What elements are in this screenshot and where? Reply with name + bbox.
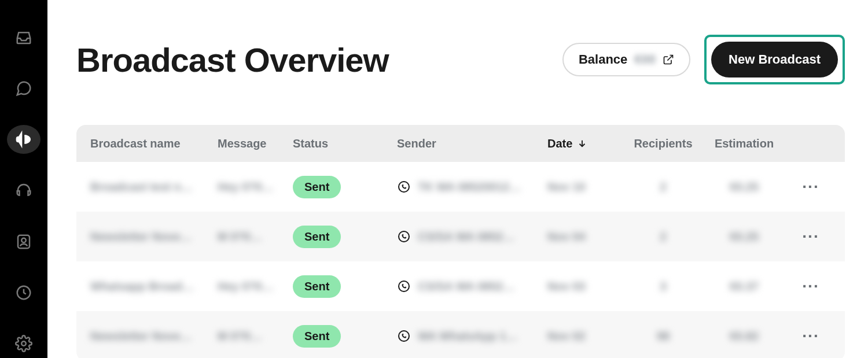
sender-text: TK WA 08520012…: [418, 180, 521, 194]
svg-point-4: [399, 182, 409, 192]
cell-estimation: €0.37: [698, 280, 790, 293]
page-header: Broadcast Overview Balance €00 New Broad…: [76, 35, 845, 84]
nav-history[interactable]: [7, 278, 41, 307]
cell-name: Newsletter Nove…: [90, 230, 218, 243]
cell-date: Nov 10: [547, 180, 628, 194]
table-row[interactable]: Broadcast test n…Hey 0?0…SentTK WA 08520…: [76, 162, 845, 212]
table-body: Broadcast test n…Hey 0?0…SentTK WA 08520…: [76, 162, 845, 358]
gear-icon: [15, 335, 32, 352]
arrow-down-icon: [577, 138, 587, 149]
cell-recipients: 2: [628, 230, 698, 243]
nav-support[interactable]: [7, 176, 41, 205]
cell-status: Sent: [293, 275, 397, 298]
col-header-status[interactable]: Status: [293, 137, 397, 150]
nav-contacts[interactable]: [7, 227, 41, 256]
status-badge: Sent: [293, 176, 341, 198]
col-header-date-label: Date: [547, 137, 572, 150]
external-link-icon: [663, 54, 674, 65]
cell-recipients: 2: [628, 180, 698, 194]
clock-icon: [15, 284, 32, 301]
cell-status: Sent: [293, 325, 397, 348]
page-title: Broadcast Overview: [76, 40, 389, 79]
status-badge: Sent: [293, 226, 341, 248]
cell-sender: TK WA 08520012…: [397, 180, 547, 194]
cell-estimation: €0.82: [698, 330, 790, 343]
cell-sender: WA WhatsApp 1…: [397, 329, 547, 343]
cell-name: Whatsapp Broad…: [90, 280, 218, 293]
sidebar: [0, 0, 47, 358]
cell-recipients: 98: [628, 330, 698, 343]
main-content: Broadcast Overview Balance €00 New Broad…: [47, 0, 868, 358]
table-header-row: Broadcast name Message Status Sender Dat…: [76, 125, 845, 162]
cell-message: Hey 0?0…: [218, 280, 293, 293]
inbox-icon: [15, 29, 32, 46]
col-header-sender[interactable]: Sender: [397, 137, 547, 150]
cell-sender: CS/SA WA 0852…: [397, 279, 547, 293]
whatsapp-icon: [397, 230, 411, 243]
nav-inbox[interactable]: [7, 23, 41, 52]
cell-recipients: 3: [628, 280, 698, 293]
table-row[interactable]: Whatsapp Broad…Hey 0?0…SentCS/SA WA 0852…: [76, 261, 845, 311]
balance-label: Balance: [579, 52, 627, 67]
new-broadcast-button[interactable]: New Broadcast: [711, 42, 838, 77]
svg-point-7: [399, 331, 409, 341]
cell-date: Nov 02: [547, 330, 628, 343]
whatsapp-icon: [397, 329, 411, 343]
chat-icon: [15, 80, 32, 97]
cell-name: Newsletter Nove…: [90, 330, 218, 343]
row-actions-button[interactable]: ···: [790, 277, 831, 296]
svg-point-5: [399, 231, 409, 242]
row-actions-button[interactable]: ···: [790, 327, 831, 345]
cell-date: Nov 04: [547, 230, 628, 243]
balance-button[interactable]: Balance €00: [562, 43, 690, 76]
cell-estimation: €0.25: [698, 180, 790, 194]
cell-name: Broadcast test n…: [90, 180, 218, 194]
col-header-estimation[interactable]: Estimation: [698, 137, 790, 150]
sender-text: WA WhatsApp 1…: [418, 330, 518, 343]
col-header-date[interactable]: Date: [547, 137, 628, 150]
broadcast-table: Broadcast name Message Status Sender Dat…: [76, 125, 845, 358]
svg-point-3: [21, 341, 26, 346]
megaphone-icon: [14, 130, 33, 149]
cell-message: M 0?0…: [218, 330, 293, 343]
col-header-message[interactable]: Message: [218, 137, 293, 150]
status-badge: Sent: [293, 275, 341, 298]
sender-text: CS/SA WA 0852…: [418, 230, 514, 243]
contact-icon: [15, 233, 32, 250]
cell-sender: CS/SA WA 0852…: [397, 230, 547, 243]
cell-estimation: €0.25: [698, 230, 790, 243]
cell-message: M 0?0…: [218, 230, 293, 243]
row-actions-button[interactable]: ···: [790, 178, 831, 196]
cell-status: Sent: [293, 226, 397, 248]
cell-message: Hey 0?0…: [218, 180, 293, 194]
table-row[interactable]: Newsletter Nove…M 0?0…SentCS/SA WA 0852……: [76, 212, 845, 261]
svg-point-6: [399, 281, 409, 291]
cell-status: Sent: [293, 176, 397, 198]
cell-date: Nov 03: [547, 280, 628, 293]
whatsapp-icon: [397, 279, 411, 293]
new-broadcast-highlight: New Broadcast: [704, 35, 845, 84]
header-actions: Balance €00 New Broadcast: [562, 35, 845, 84]
table-row[interactable]: Newsletter Nove…M 0?0…SentWA WhatsApp 1……: [76, 311, 845, 358]
sender-text: CS/SA WA 0852…: [418, 280, 514, 293]
nav-broadcast[interactable]: [7, 125, 41, 154]
whatsapp-icon: [397, 180, 411, 194]
row-actions-button[interactable]: ···: [790, 227, 831, 246]
status-badge: Sent: [293, 325, 341, 348]
nav-chat[interactable]: [7, 74, 41, 103]
col-header-recipients[interactable]: Recipients: [628, 137, 698, 150]
col-header-name[interactable]: Broadcast name: [90, 137, 218, 150]
nav-settings[interactable]: [7, 329, 41, 358]
svg-point-1: [21, 238, 26, 242]
headset-icon: [15, 182, 32, 199]
balance-amount: €00: [634, 52, 656, 67]
